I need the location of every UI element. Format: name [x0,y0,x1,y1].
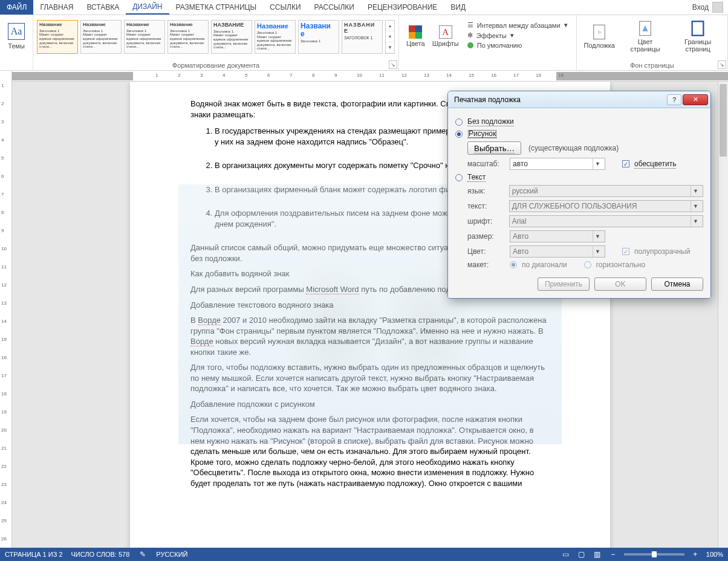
select-picture-button[interactable]: Выбрать… [467,141,521,155]
formatting-preset[interactable]: НазваниеЗаголовок 1Макет создает единое … [124,20,165,54]
horizontal-ruler[interactable]: 12345678910111213141516171819 [12,71,728,82]
dialog-close-button[interactable]: ✕ [683,94,708,105]
text-combo: ДЛЯ СЛУЖЕБНОГО ПОЛЬЗОВАНИЯ▼ [509,200,703,212]
formatting-gallery[interactable]: НазваниеЗаголовок 1Макет создает единое … [37,18,395,56]
fonts-button[interactable]: A Шрифты [429,18,463,55]
tab-mailings[interactable]: РАССЫЛКИ [308,0,361,15]
dialog-title: Печатная подложка [454,96,666,104]
zoom-slider[interactable] [624,553,684,556]
scrollbar-thumb[interactable] [720,84,727,157]
radio-no-watermark[interactable] [455,118,463,126]
layout-horizontal-label: горизонтально [596,261,645,269]
language-combo: русский▼ [509,185,703,197]
page-color-button[interactable]: Цвет страницы [622,18,668,55]
chevron-down-icon: ▾ [510,31,514,39]
formatting-preset[interactable]: НазваниеЗаголовок 1Макет создает единое … [255,20,296,54]
status-zoom[interactable]: 100% [706,551,723,558]
select-picture-hint: (существующая подложка) [528,144,619,152]
tab-design[interactable]: ДИЗАЙН [126,0,169,15]
washout-label: обесцветить [634,160,676,169]
tab-view[interactable]: ВИД [444,0,472,15]
formatting-preset[interactable]: НазваниеЗаголовок 1Макет создает единое … [80,20,122,54]
radio-horizontal [584,261,591,268]
dialog-help-button[interactable]: ? [667,94,681,105]
tab-references[interactable]: ССЫЛКИ [263,0,307,15]
paragraph-spacing-button[interactable]: ☰Интервал между абзацами▾ [467,21,568,29]
paragraph: Добавление текстового водяного знака [190,300,550,311]
colors-label: Цвета [406,40,425,47]
radio-text[interactable] [455,174,463,181]
watermark-icon: A [591,24,608,41]
status-bar: СТРАНИЦА 1 ИЗ 2 ЧИСЛО СЛОВ: 578 ✎ РУССКИ… [0,548,728,561]
formatting-preset[interactable]: НазваниеЗаголовок 1 [298,20,339,54]
page-background-group-label: Фон страницы [580,60,724,69]
effects-button[interactable]: ✼Эффекты▾ [467,31,568,39]
paragraph: Если хочется, чтобы на заднем фоне был р… [190,414,550,488]
view-print-icon[interactable]: ▢ [577,550,587,559]
formatting-group-label: Форматирование документа [37,60,395,69]
paragraph: Для того, чтобы подложку вставить, нужно… [190,362,550,394]
watermark-label: Подложка [584,42,615,49]
formatting-gallery-more[interactable]: ▴▾▼ [385,20,395,54]
dialog-titlebar[interactable]: Печатная подложка ? ✕ [448,91,710,108]
color-combo: Авто▼ [510,245,605,258]
tab-insert[interactable]: ВСТАВКА [80,0,126,15]
formatting-preset[interactable]: НАЗВАНИЕЗАГОЛОВОК 1 [342,20,383,54]
tab-home[interactable]: ГЛАВНАЯ [33,0,80,15]
tab-page-layout[interactable]: РАЗМЕТКА СТРАНИЦЫ [169,0,264,15]
tab-review[interactable]: РЕЦЕНЗИРОВАНИЕ [361,0,444,15]
semitransparent-label: полупрозрачный [634,247,690,256]
zoom-thumb[interactable] [652,551,657,557]
tab-file[interactable]: ФАЙЛ [0,0,33,15]
status-word-count[interactable]: ЧИСЛО СЛОВ: 578 [71,551,130,558]
radio-picture[interactable] [455,131,463,138]
chevron-down-icon: ▾ [564,21,568,29]
page-borders-label: Границы страниц [675,38,720,53]
set-default-button[interactable]: По умолчанию [467,42,568,49]
themes-icon: Aa [8,23,25,40]
formatting-dialog-launcher[interactable]: ↘ [389,60,397,69]
zoom-in-icon[interactable]: + [691,550,700,559]
paragraph: Добавление подложки с рисунком [190,399,550,410]
proofing-icon[interactable]: ✎ [138,550,148,559]
formatting-preset[interactable]: НазваниеЗаголовок 1Макет создает единое … [37,20,78,54]
watermark-button[interactable]: A Подложка [580,18,619,55]
fonts-label: Шрифты [432,40,459,47]
account-login[interactable]: Вход [692,0,728,15]
page-borders-button[interactable]: Границы страниц [672,18,724,55]
cancel-button[interactable]: Отмена [651,277,703,291]
page-background-dialog-launcher[interactable]: ↘ [718,60,726,69]
status-language[interactable]: РУССКИЙ [156,551,187,558]
formatting-preset[interactable]: НАЗВАНИЕЗаголовок 1Макет создает единое … [211,20,252,54]
layout-label: макет: [467,261,505,269]
colors-button[interactable]: Цвета [403,18,429,55]
vertical-ruler[interactable]: 1234567891011121314151617181920212223242… [0,71,12,548]
page-color-label: Цвет страницы [626,38,665,53]
vertical-scrollbar[interactable] [718,82,728,548]
view-web-icon[interactable]: ▥ [593,550,602,559]
default-label: По умолчанию [477,42,522,49]
scale-label: масштаб: [467,160,505,168]
spacing-icon: ☰ [467,21,473,29]
status-page[interactable]: СТРАНИЦА 1 ИЗ 2 [5,551,63,558]
check-icon [467,42,473,48]
watermark-dialog: Печатная подложка ? ✕ Без подложки Рисун… [447,91,711,299]
themes-button[interactable]: Aa Темы [4,18,29,55]
page-color-icon [637,20,654,37]
page-borders-icon [689,20,706,37]
view-read-icon[interactable]: ▭ [561,550,571,559]
effects-icon: ✼ [467,31,473,39]
font-combo: Arial▼ [509,215,703,227]
ribbon: Aa Темы НазваниеЗаголовок 1Макет создает… [0,15,728,71]
zoom-out-icon[interactable]: − [608,550,618,559]
ribbon-tabs: ФАЙЛ ГЛАВНАЯ ВСТАВКА ДИЗАЙН РАЗМЕТКА СТР… [0,0,728,15]
formatting-preset[interactable]: НазваниеЗаголовок 1Макет создает единое … [167,20,209,54]
washout-checkbox[interactable] [622,160,629,167]
avatar-icon [712,2,723,13]
apply-button[interactable]: Применить [538,277,590,291]
ok-button[interactable]: OK [594,277,646,291]
size-combo: Авто▼ [510,230,605,242]
svg-rect-3 [692,21,704,35]
fonts-icon: A [439,25,452,39]
scale-combo[interactable]: авто▼ [510,158,605,170]
